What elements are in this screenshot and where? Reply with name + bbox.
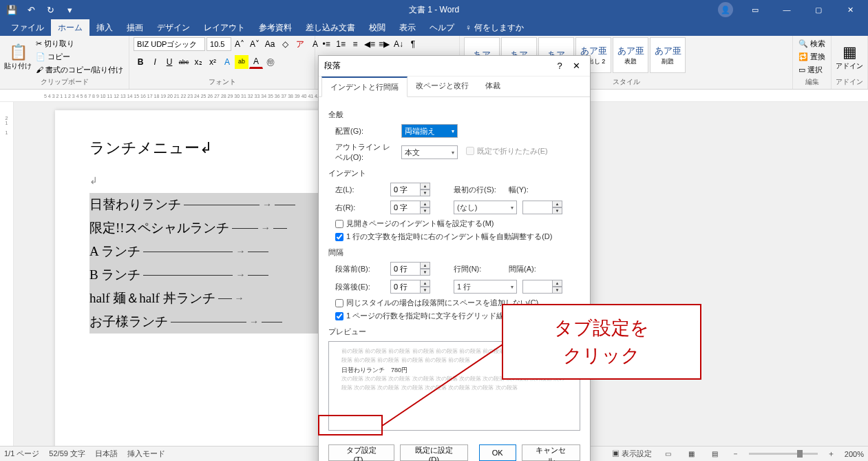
tab-home[interactable]: ホーム (51, 19, 89, 36)
zoom-slider[interactable] (749, 453, 818, 455)
tab-insert[interactable]: 挿入 (89, 19, 120, 36)
maximize-button[interactable]: ▢ (803, 0, 834, 19)
style-item[interactable]: あア亜副題 (650, 37, 686, 73)
tabs-button[interactable]: タブ設定(T)... (328, 444, 394, 461)
ruler-vertical[interactable]: 211 (0, 102, 14, 446)
indent-right-input[interactable]: ▲▼ (390, 201, 430, 214)
by-label: 幅(Y): (509, 185, 536, 195)
line-spacing-label: 行間(N): (454, 264, 503, 274)
set-default-button[interactable]: 既定に設定(D) (400, 444, 468, 461)
view-read-mode[interactable]: ▭ (661, 449, 675, 460)
mirror-indent-checkbox[interactable] (335, 220, 343, 228)
italic-button[interactable]: I (148, 55, 162, 69)
tab-mailings[interactable]: 差し込み文書 (299, 19, 362, 36)
save-button[interactable]: 💾 (4, 2, 19, 17)
font-name-select[interactable] (134, 37, 205, 51)
font-size-select[interactable] (207, 37, 231, 51)
clear-formatting-button[interactable]: ◇ (278, 37, 292, 51)
strike-button[interactable]: abc (177, 55, 191, 69)
alignment-select[interactable]: 両端揃え▾ (401, 124, 458, 138)
undo-button[interactable]: ↶ (23, 2, 39, 17)
zoom-out-button[interactable]: － (732, 449, 739, 459)
status-language[interactable]: 日本語 (95, 449, 118, 459)
number-list-button[interactable]: 1≡ (334, 37, 348, 51)
cancel-button[interactable]: キャンセル (522, 444, 580, 461)
auto-adjust-checkbox[interactable] (335, 233, 343, 241)
tab-references[interactable]: 参考資料 (252, 19, 299, 36)
font-color-button[interactable]: A (249, 55, 263, 69)
dialog-help-button[interactable]: ? (551, 58, 568, 74)
space-after-input[interactable]: ▲▼ (390, 280, 430, 294)
dlg-tab-page[interactable]: 改ページと改行 (407, 76, 477, 96)
multilevel-list-button[interactable]: ≡ (348, 37, 362, 51)
tab-review[interactable]: 校閲 (362, 19, 392, 36)
tab-layout[interactable]: レイアウト (197, 19, 252, 36)
subscript-button[interactable]: x₂ (191, 55, 205, 69)
tab-draw[interactable]: 描画 (120, 19, 150, 36)
paste-icon: 📋 (9, 43, 28, 61)
addin-button[interactable]: ▦ アドイン (836, 37, 863, 77)
format-painter-button[interactable]: 🖌書式のコピー/貼り付け (34, 63, 125, 76)
sort-button[interactable]: A↓ (392, 37, 405, 51)
minimize-button[interactable]: — (772, 0, 802, 19)
grow-font-button[interactable]: A˄ (233, 37, 246, 51)
bold-button[interactable]: B (134, 55, 147, 69)
view-web-layout[interactable]: ▤ (708, 449, 722, 460)
text-effects-button[interactable]: A (220, 55, 234, 69)
char-border-button[interactable]: ㊞ (264, 55, 277, 69)
close-button[interactable]: ✕ (835, 0, 865, 19)
display-settings[interactable]: ▣ 表示設定 (612, 449, 652, 459)
before-label: 段落前(B): (335, 264, 385, 274)
indent-by-input[interactable]: ▲▼ (522, 201, 562, 214)
zoom-level[interactable]: 200% (845, 450, 864, 458)
tell-me-text: 何をしますか (474, 22, 524, 34)
font-label: フォント (134, 77, 310, 88)
first-line-select[interactable]: (なし)▾ (454, 201, 517, 214)
no-space-checkbox[interactable] (335, 299, 343, 307)
outline-select[interactable]: 本文▾ (401, 145, 458, 159)
tab-design[interactable]: デザイン (150, 19, 197, 36)
tab-view[interactable]: 表示 (392, 19, 423, 36)
change-case-button[interactable]: Aa (263, 37, 277, 51)
increase-indent-button[interactable]: ≡▶ (377, 37, 391, 51)
indent-left-input[interactable]: ▲▼ (390, 183, 430, 196)
select-button[interactable]: ▭選択 (797, 63, 827, 76)
decrease-indent-button[interactable]: ◀≡ (363, 37, 377, 51)
window-title: 文書 1 - Word (409, 4, 459, 16)
superscript-button[interactable]: x² (206, 55, 220, 69)
dialog-close-button[interactable]: ✕ (568, 58, 584, 74)
highlight-button[interactable]: ab (235, 55, 248, 69)
dlg-tab-indent[interactable]: インデントと行間隔 (321, 76, 407, 97)
line-spacing-select[interactable]: 1 行▾ (454, 280, 517, 294)
view-print-layout[interactable]: ▦ (685, 449, 699, 460)
cut-button[interactable]: ✂切り取り (34, 37, 125, 50)
tab-help[interactable]: ヘルプ (423, 19, 461, 36)
find-button[interactable]: 🔍検索 (797, 37, 827, 50)
indent-right-label: 右(R): (335, 203, 385, 213)
qat-customize[interactable]: ▾ (62, 2, 77, 17)
tab-file[interactable]: ファイル (4, 19, 51, 36)
zoom-in-button[interactable]: ＋ (827, 449, 835, 459)
status-insert-mode[interactable]: 挿入モード (127, 449, 165, 459)
paste-button[interactable]: 📋 貼り付け (4, 37, 32, 77)
snap-grid-checkbox[interactable] (335, 312, 343, 320)
redo-button[interactable]: ↻ (43, 2, 58, 17)
show-marks-button[interactable]: ¶ (406, 37, 420, 51)
copy-button[interactable]: 📄コピー (34, 50, 125, 63)
ok-button[interactable]: OK (479, 444, 516, 461)
dlg-tab-layout[interactable]: 体裁 (477, 76, 509, 96)
status-words[interactable]: 52/59 文字 (49, 449, 85, 459)
replace-button[interactable]: 🔁置換 (797, 50, 827, 63)
status-page[interactable]: 1/1 ページ (4, 449, 39, 459)
underline-button[interactable]: U (162, 55, 176, 69)
spacing-at-input[interactable]: ▲▼ (522, 280, 562, 294)
ribbon-display-options[interactable]: ▭ (740, 0, 770, 19)
clipboard-label: クリップボード (4, 77, 125, 88)
tell-me[interactable]: ♀ 何をしますか (465, 19, 524, 36)
phonetic-button[interactable]: ア (293, 37, 307, 51)
shrink-font-button[interactable]: A˅ (248, 37, 262, 51)
user-avatar[interactable]: 👤 (718, 2, 733, 17)
bullet-list-button[interactable]: •≡ (319, 37, 333, 51)
style-item[interactable]: あア亜表題 (613, 37, 648, 73)
space-before-input[interactable]: ▲▼ (390, 262, 430, 276)
